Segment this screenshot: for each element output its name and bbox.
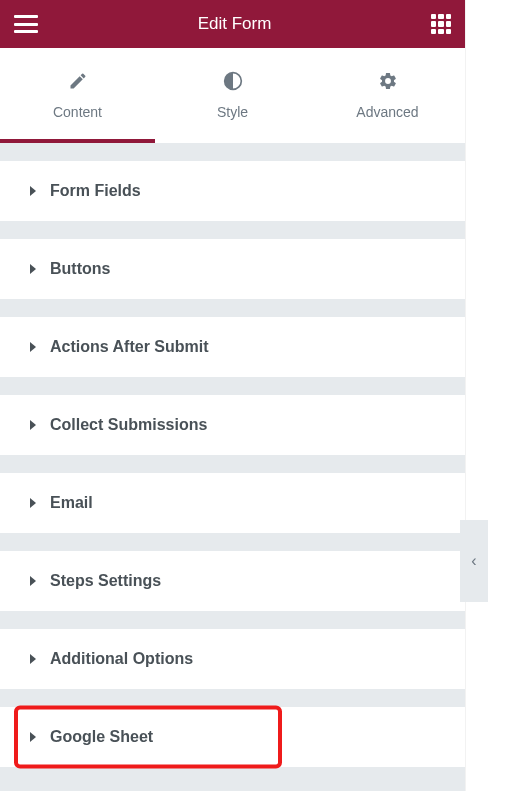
caret-right-icon bbox=[30, 264, 36, 274]
section-gap bbox=[0, 455, 465, 473]
section-gap bbox=[0, 377, 465, 395]
tab-content-label: Content bbox=[53, 104, 102, 120]
caret-right-icon bbox=[30, 732, 36, 742]
tab-style-label: Style bbox=[217, 104, 248, 120]
section-label: Email bbox=[50, 494, 93, 512]
section-gap bbox=[0, 611, 465, 629]
tab-style[interactable]: Style bbox=[155, 48, 310, 143]
panel-header: Edit Form bbox=[0, 0, 465, 48]
collapse-handle[interactable]: ‹ bbox=[460, 520, 488, 602]
section-steps-settings[interactable]: Steps Settings bbox=[0, 551, 465, 611]
tab-advanced[interactable]: Advanced bbox=[310, 48, 465, 143]
section-google-sheet[interactable]: Google Sheet bbox=[0, 707, 465, 767]
tab-content[interactable]: Content bbox=[0, 48, 155, 143]
caret-right-icon bbox=[30, 342, 36, 352]
editor-panel: Edit Form Content Style Advanced bbox=[0, 0, 465, 791]
section-gap bbox=[0, 689, 465, 707]
section-additional-options[interactable]: Additional Options bbox=[0, 629, 465, 689]
sections-list: Form FieldsButtonsActions After SubmitCo… bbox=[0, 143, 465, 791]
section-email[interactable]: Email bbox=[0, 473, 465, 533]
section-gap bbox=[0, 299, 465, 317]
contrast-icon bbox=[223, 71, 243, 94]
caret-right-icon bbox=[30, 186, 36, 196]
caret-right-icon bbox=[30, 420, 36, 430]
section-form-fields[interactable]: Form Fields bbox=[0, 161, 465, 221]
pencil-icon bbox=[68, 71, 88, 94]
caret-right-icon bbox=[30, 654, 36, 664]
section-label: Buttons bbox=[50, 260, 110, 278]
section-label: Additional Options bbox=[50, 650, 193, 668]
gear-icon bbox=[378, 71, 398, 94]
section-actions-after-submit[interactable]: Actions After Submit bbox=[0, 317, 465, 377]
chevron-left-icon: ‹ bbox=[471, 552, 476, 570]
section-gap bbox=[0, 221, 465, 239]
caret-right-icon bbox=[30, 576, 36, 586]
section-label: Steps Settings bbox=[50, 572, 161, 590]
section-label: Collect Submissions bbox=[50, 416, 207, 434]
tabs-bar: Content Style Advanced bbox=[0, 48, 465, 143]
tab-advanced-label: Advanced bbox=[356, 104, 418, 120]
section-gap bbox=[0, 143, 465, 161]
section-collect-submissions[interactable]: Collect Submissions bbox=[0, 395, 465, 455]
section-buttons[interactable]: Buttons bbox=[0, 239, 465, 299]
menu-icon[interactable] bbox=[14, 15, 38, 33]
apps-grid-icon[interactable] bbox=[431, 14, 451, 34]
section-gap bbox=[0, 533, 465, 551]
section-label: Actions After Submit bbox=[50, 338, 209, 356]
caret-right-icon bbox=[30, 498, 36, 508]
section-label: Google Sheet bbox=[50, 728, 153, 746]
panel-title: Edit Form bbox=[38, 14, 431, 34]
section-label: Form Fields bbox=[50, 182, 141, 200]
